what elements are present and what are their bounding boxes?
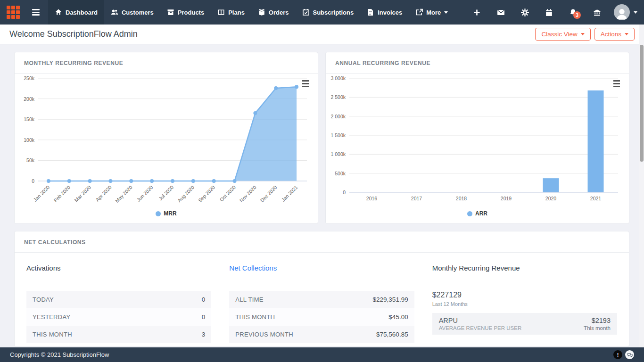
legend-marker-icon: [156, 211, 161, 216]
net-collections-column: Net Collections ALL TIME $229,351.99 THI…: [229, 264, 414, 343]
nav-item-dashboard[interactable]: Dashboard: [48, 0, 104, 25]
chart-context-menu-icon[interactable]: [301, 79, 310, 89]
svg-text:Sep 2020: Sep 2020: [197, 184, 216, 203]
svg-text:Apr 2020: Apr 2020: [94, 184, 113, 203]
svg-text:Aug 2020: Aug 2020: [176, 184, 195, 203]
nav-label: Products: [178, 9, 204, 16]
net-calculations-card: NET CALCULATIONS Activations TODAY 0 YES…: [14, 231, 629, 347]
page-header: Welcome SubscriptionFlow Admin Classic V…: [0, 25, 644, 44]
arpu-label: ARPU: [439, 317, 522, 324]
svg-text:Mar 2020: Mar 2020: [73, 184, 92, 203]
card-title: ANNUAL RECURRING REVENUE: [335, 60, 430, 66]
nav-item-customers[interactable]: Customers: [104, 0, 160, 25]
svg-text:2018: 2018: [456, 196, 467, 201]
top-navbar: Dashboard Customers Products Plans Order…: [0, 0, 644, 25]
settings-button[interactable]: [513, 0, 537, 25]
notifications-button[interactable]: 3: [561, 0, 585, 25]
mrr-chart-card: MONTHLY RECURRING REVENUE 250k200k150k10…: [14, 52, 318, 224]
card-title: NET CALCULATIONS: [24, 239, 86, 246]
table-row: THIS MONTH 3: [26, 326, 211, 343]
svg-text:2017: 2017: [411, 196, 422, 201]
svg-text:100k: 100k: [24, 137, 35, 143]
chevron-down-icon: [625, 33, 628, 35]
svg-text:Feb 2020: Feb 2020: [52, 184, 71, 203]
svg-text:50k: 50k: [26, 157, 35, 163]
svg-text:May 2020: May 2020: [114, 184, 133, 204]
user-menu[interactable]: [614, 4, 637, 20]
table-row: PREVIOUS MONTH $75,560.85: [229, 326, 414, 343]
table-row: ALL TIME $229,351.99: [229, 291, 414, 308]
main-nav: Dashboard Customers Products Plans Order…: [48, 0, 454, 25]
nav-item-orders[interactable]: Orders: [251, 0, 296, 25]
activations-heading: Activations: [26, 264, 211, 272]
box-open-icon: [258, 8, 265, 16]
svg-text:2 000k: 2 000k: [330, 114, 346, 119]
nav-item-plans[interactable]: Plans: [211, 0, 251, 25]
mrr-heading: Monthly Recurring Revenue: [432, 264, 617, 272]
nav-label: More: [426, 9, 441, 16]
svg-text:200k: 200k: [24, 96, 35, 102]
svg-text:Jul 2020: Jul 2020: [157, 184, 175, 202]
svg-text:1 500k: 1 500k: [330, 132, 346, 138]
card-title: MONTHLY RECURRING REVENUE: [24, 60, 123, 66]
calendar-button[interactable]: [537, 0, 561, 25]
gear-icon: [521, 8, 529, 16]
net-collections-link[interactable]: Net Collections: [229, 264, 414, 272]
nav-label: Dashboard: [66, 9, 98, 16]
mrr-caption: Last 12 Months: [432, 301, 617, 307]
nav-label: Subscriptions: [313, 9, 354, 16]
svg-text:Oct 2020: Oct 2020: [218, 184, 237, 203]
calendar-icon: [545, 8, 553, 16]
envelope-icon: [497, 8, 505, 16]
add-button[interactable]: [465, 0, 489, 25]
nav-item-products[interactable]: Products: [160, 0, 211, 25]
plus-icon: [473, 8, 481, 16]
share-square-icon: [415, 8, 423, 16]
svg-text:Nov 2020: Nov 2020: [239, 184, 257, 203]
table-row: TODAY 0: [26, 291, 211, 308]
svg-text:250k: 250k: [24, 75, 35, 81]
vertical-scrollbar[interactable]: [639, 25, 644, 347]
arpu-value: $2193: [584, 317, 611, 324]
svg-text:2016: 2016: [366, 196, 378, 201]
hamburger-menu-icon[interactable]: [26, 0, 45, 25]
svg-text:Dec 2020: Dec 2020: [259, 184, 278, 203]
footer: Copyrights © 2021 SubscriptionFlow !: [0, 347, 644, 362]
arr-bar-chart: 3 000k2 500k2 000k1 500k1 000k500k020162…: [326, 74, 629, 214]
classic-view-button[interactable]: Classic View: [535, 28, 590, 41]
arpu-block: ARPU AVERAGE REVENUE PER USER $2193 This…: [432, 313, 617, 335]
mrr-column: Monthly Recurring Revenue $227129 Last 1…: [432, 264, 617, 343]
bank-icon: [593, 8, 601, 16]
mrr-total-value: $227129: [432, 291, 617, 299]
chart-context-menu-icon[interactable]: [612, 79, 621, 89]
nav-item-subscriptions[interactable]: Subscriptions: [296, 0, 361, 25]
nav-item-invoices[interactable]: Invoices: [360, 0, 409, 25]
arpu-caption: This month: [584, 325, 611, 331]
info-icon[interactable]: !: [613, 350, 622, 359]
nav-label: Customers: [122, 9, 154, 16]
nav-label: Orders: [269, 9, 289, 16]
svg-text:Jun 2020: Jun 2020: [136, 184, 154, 203]
svg-text:3 000k: 3 000k: [330, 75, 346, 81]
table-row: THIS MONTH $45.00: [229, 308, 414, 326]
columns-icon: [217, 8, 225, 16]
messages-button[interactable]: [489, 0, 513, 25]
arpu-sublabel: AVERAGE REVENUE PER USER: [439, 325, 522, 331]
app-launcher-grid-icon[interactable]: [0, 0, 26, 25]
scrollbar-thumb[interactable]: [640, 45, 644, 162]
table-row: YESTERDAY 0: [26, 308, 211, 326]
svg-text:2021: 2021: [590, 196, 602, 201]
svg-text:0: 0: [343, 189, 346, 195]
svg-text:2 500k: 2 500k: [330, 94, 346, 100]
file-invoice-icon: [367, 8, 374, 16]
home-icon: [55, 8, 62, 16]
billing-button[interactable]: [585, 0, 609, 25]
legend-marker-icon: [467, 211, 472, 216]
chat-icon[interactable]: [625, 350, 634, 359]
actions-button[interactable]: Actions: [594, 28, 635, 41]
nav-item-more[interactable]: More: [409, 0, 454, 25]
nav-label: Plans: [228, 9, 245, 16]
archive-box-icon: [167, 8, 174, 16]
arr-chart-card: ANNUAL RECURRING REVENUE 3 000k2 500k2 0…: [325, 52, 629, 224]
svg-text:500k: 500k: [335, 171, 346, 176]
